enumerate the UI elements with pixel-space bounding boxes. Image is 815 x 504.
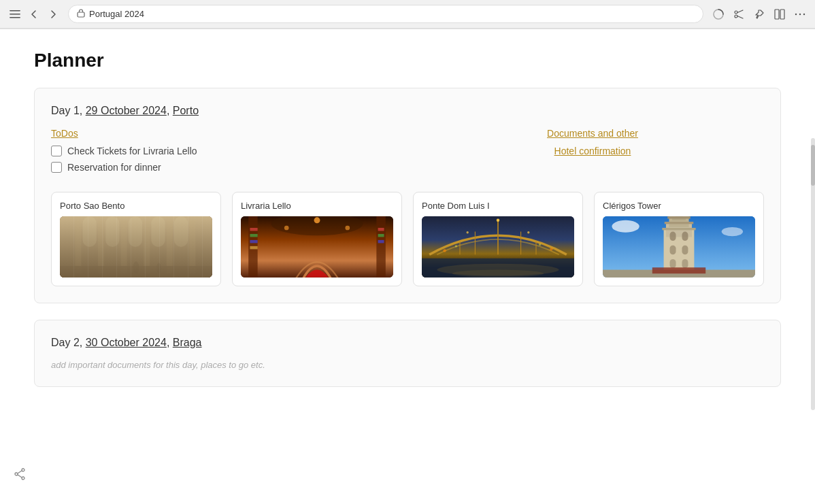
- day1-date-link[interactable]: 29 October 2024: [86, 105, 167, 116]
- documents-section: Documents and other Hotel confirmation: [421, 128, 764, 178]
- svg-point-53: [497, 219, 499, 222]
- svg-rect-9: [775, 10, 779, 19]
- documents-title[interactable]: Documents and other: [547, 128, 638, 139]
- svg-point-13: [803, 13, 805, 14]
- todo-item-2: Reservation for dinner: [51, 162, 394, 173]
- svg-rect-22: [83, 216, 97, 247]
- scrollbar[interactable]: [811, 138, 815, 410]
- svg-point-56: [443, 249, 446, 252]
- svg-rect-42: [378, 234, 384, 237]
- svg-rect-16: [75, 220, 81, 273]
- place-card-porto-sao-bento[interactable]: Porto Sao Bento: [51, 192, 221, 286]
- page-title: Planner: [34, 50, 781, 71]
- svg-rect-14: [60, 216, 212, 278]
- menu-icon[interactable]: [8, 7, 22, 21]
- address-text: Portugal 2024: [89, 9, 144, 19]
- svg-rect-15: [60, 216, 212, 278]
- svg-line-7: [737, 10, 743, 13]
- svg-rect-24: [129, 216, 142, 247]
- place-title-porto-sao-bento: Porto Sao Bento: [60, 201, 212, 211]
- scissors-icon[interactable]: [732, 7, 746, 21]
- svg-point-59: [455, 245, 457, 247]
- svg-point-34: [314, 217, 320, 223]
- svg-rect-27: [60, 266, 212, 278]
- svg-rect-39: [250, 240, 257, 243]
- svg-rect-20: [167, 220, 173, 273]
- day1-city-link[interactable]: Porto: [173, 105, 199, 116]
- loading-icon[interactable]: [712, 7, 725, 21]
- svg-point-76: [722, 227, 743, 236]
- svg-line-83: [18, 475, 22, 477]
- place-image-porto-sao-bento: [60, 216, 212, 278]
- todo-item-1: Check Tickets for Livraria Lello: [51, 146, 394, 156]
- day2-placeholder: add important documents for this day, pl…: [51, 360, 764, 370]
- share-button[interactable]: [14, 468, 26, 484]
- day2-header: Day 2, 30 October 2024, Braga: [51, 337, 764, 349]
- split-icon[interactable]: [773, 7, 786, 21]
- svg-rect-70: [682, 259, 688, 268]
- pin-icon[interactable]: [752, 7, 766, 21]
- svg-point-52: [452, 270, 544, 278]
- svg-rect-41: [378, 228, 384, 231]
- day2-date-link[interactable]: 30 October 2024: [86, 337, 167, 348]
- svg-rect-71: [662, 228, 695, 230]
- svg-point-80: [15, 473, 18, 475]
- more-icon[interactable]: [793, 7, 807, 21]
- svg-point-28: [133, 261, 139, 273]
- svg-rect-65: [670, 232, 676, 241]
- forward-icon[interactable]: [46, 7, 60, 21]
- todos-title[interactable]: ToDos: [51, 128, 394, 139]
- place-title-clerigos-tower: Clérigos Tower: [603, 201, 755, 211]
- svg-point-57: [550, 248, 552, 250]
- svg-rect-43: [378, 240, 384, 243]
- day2-label: Day 2,: [51, 337, 86, 348]
- browser-right-icons: [712, 7, 807, 21]
- svg-point-81: [22, 477, 24, 480]
- address-bar[interactable]: Portugal 2024: [68, 5, 703, 23]
- svg-point-58: [539, 243, 541, 246]
- todo-label-2: Reservation for dinner: [67, 162, 161, 173]
- day1-sections: ToDos Check Tickets for Livraria Lello R…: [51, 128, 764, 178]
- svg-rect-10: [780, 10, 784, 19]
- svg-rect-32: [376, 216, 385, 278]
- svg-line-8: [737, 16, 743, 18]
- place-card-livraria-lello[interactable]: Livraria Lello: [232, 192, 402, 286]
- svg-rect-68: [682, 246, 688, 254]
- hotel-confirmation-link[interactable]: Hotel confirmation: [554, 146, 631, 156]
- page-container: Planner Day 1, 29 October 2024, Porto To…: [0, 29, 815, 407]
- todo-checkbox-2[interactable]: [51, 162, 62, 173]
- place-title-ponte-dom-luis: Ponte Dom Luis I: [422, 201, 574, 211]
- day2-card: Day 2, 30 October 2024, Braga add import…: [34, 320, 781, 387]
- svg-rect-66: [682, 232, 688, 241]
- svg-point-75: [612, 220, 639, 233]
- lock-icon: [77, 8, 85, 20]
- svg-rect-40: [250, 246, 257, 249]
- svg-rect-1: [10, 14, 20, 15]
- place-image-ponte-dom-luis: [422, 216, 574, 278]
- day2-city-link[interactable]: Braga: [173, 337, 202, 348]
- todo-label-1: Check Tickets for Livraria Lello: [67, 146, 197, 156]
- places-grid: Porto Sao Bento: [51, 192, 764, 286]
- todo-checkbox-1[interactable]: [51, 146, 62, 156]
- browser-nav: [8, 7, 60, 21]
- svg-rect-18: [121, 220, 127, 273]
- svg-rect-19: [144, 220, 150, 273]
- day1-card: Day 1, 29 October 2024, Porto ToDos Chec…: [34, 88, 781, 303]
- svg-rect-38: [250, 234, 257, 237]
- place-image-clerigos: [603, 216, 755, 278]
- back-icon[interactable]: [27, 7, 41, 21]
- svg-line-82: [18, 471, 22, 473]
- place-title-livraria-lello: Livraria Lello: [241, 201, 393, 211]
- svg-rect-72: [665, 222, 694, 224]
- place-card-ponte-dom-luis[interactable]: Ponte Dom Luis I: [413, 192, 583, 286]
- svg-point-55: [527, 231, 529, 233]
- place-image-livraria-lello: [241, 216, 393, 278]
- svg-rect-2: [10, 17, 20, 18]
- svg-rect-73: [667, 216, 691, 218]
- svg-rect-3: [78, 12, 84, 17]
- svg-point-36: [345, 226, 350, 231]
- svg-rect-17: [98, 220, 104, 273]
- scrollbar-thumb[interactable]: [811, 145, 815, 186]
- svg-point-79: [22, 469, 24, 471]
- place-card-clerigos-tower[interactable]: Clérigos Tower: [594, 192, 764, 286]
